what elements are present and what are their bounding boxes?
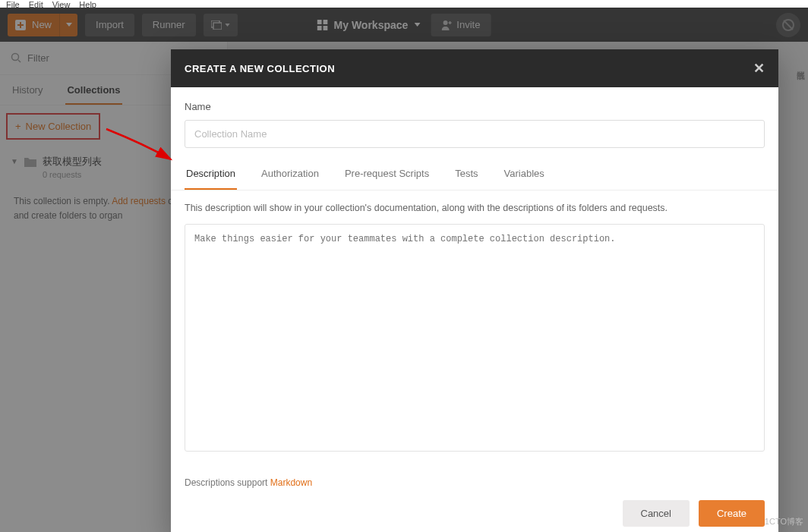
tab-variables[interactable]: Variables (503, 157, 546, 190)
tab-description[interactable]: Description (185, 157, 237, 190)
app-menubar: File Edit View Help (0, 0, 808, 8)
cancel-button[interactable]: Cancel (623, 500, 690, 527)
watermark: 1CTO博客 (765, 516, 803, 527)
modal-title: CREATE A NEW COLLECTION (185, 63, 335, 74)
menu-file[interactable]: File (6, 0, 20, 8)
description-textarea[interactable] (185, 224, 765, 452)
markdown-hint: Descriptions support Markdown (171, 467, 778, 488)
description-hint: This description will show in your colle… (185, 203, 765, 213)
markdown-link[interactable]: Markdown (270, 477, 312, 488)
menu-help[interactable]: Help (79, 0, 96, 8)
menu-edit[interactable]: Edit (29, 0, 43, 8)
collection-name-input[interactable] (185, 120, 765, 148)
close-icon[interactable]: ✕ (753, 60, 765, 77)
create-collection-modal: CREATE A NEW COLLECTION ✕ Name Descripti… (171, 49, 778, 532)
create-button[interactable]: Create (699, 500, 765, 527)
name-field-label: Name (185, 101, 765, 112)
tab-prerequest[interactable]: Pre-request Scripts (343, 157, 431, 190)
menu-view[interactable]: View (52, 0, 71, 8)
tab-authorization[interactable]: Authorization (260, 157, 320, 190)
tab-tests[interactable]: Tests (453, 157, 479, 190)
